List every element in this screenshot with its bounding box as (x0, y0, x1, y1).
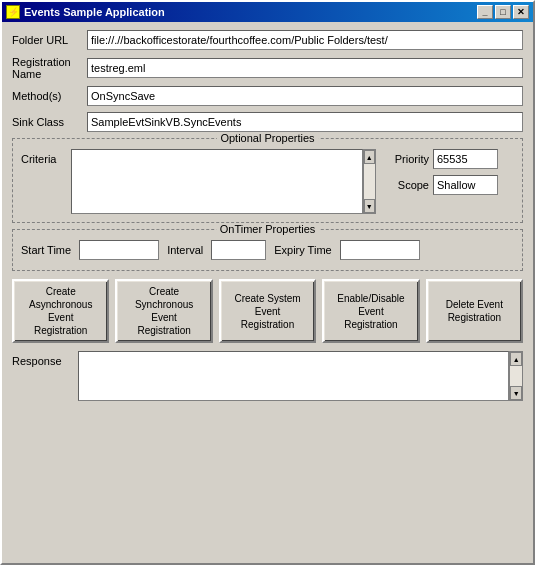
enable-disable-button[interactable]: Enable/DisableEventRegistration (322, 279, 419, 343)
maximize-button[interactable]: □ (495, 5, 511, 19)
sink-class-row: Sink Class (12, 112, 523, 132)
scope-input[interactable] (433, 175, 498, 195)
scope-row: Scope (384, 175, 514, 195)
folder-url-input[interactable] (87, 30, 523, 50)
action-buttons: CreateAsynchronousEventRegistration Crea… (12, 279, 523, 343)
window-title: Events Sample Application (24, 6, 165, 18)
response-scrollbar[interactable]: ▲ ▼ (509, 351, 523, 401)
minimize-button[interactable]: _ (477, 5, 493, 19)
optional-section-title: Optional Properties (216, 132, 318, 144)
ontimer-section: OnTimer Properties Start Time Interval E… (12, 229, 523, 271)
ontimer-section-title: OnTimer Properties (216, 223, 320, 235)
priority-label: Priority (384, 153, 429, 165)
priority-scope-side: Priority Scope (384, 149, 514, 214)
title-controls: _ □ ✕ (477, 5, 529, 19)
start-time-label: Start Time (21, 244, 71, 256)
folder-url-row: Folder URL (12, 30, 523, 50)
start-time-input[interactable] (79, 240, 159, 260)
create-async-button[interactable]: CreateAsynchronousEventRegistration (12, 279, 109, 343)
methods-input[interactable] (87, 86, 523, 106)
response-row: Response ▲ ▼ (12, 351, 523, 401)
registration-name-input[interactable] (87, 58, 523, 78)
registration-name-row: RegistrationName (12, 56, 523, 80)
close-button[interactable]: ✕ (513, 5, 529, 19)
create-sync-button[interactable]: CreateSynchronousEventRegistration (115, 279, 212, 343)
window-icon: ⚡ (6, 5, 20, 19)
folder-url-label: Folder URL (12, 34, 87, 46)
criteria-side: Criteria ▲ ▼ (21, 149, 376, 214)
registration-name-label: RegistrationName (12, 56, 87, 80)
main-window: ⚡ Events Sample Application _ □ ✕ Folder… (0, 0, 535, 565)
response-scroll-up[interactable]: ▲ (510, 352, 522, 366)
expiry-time-input[interactable] (340, 240, 420, 260)
scope-label: Scope (384, 179, 429, 191)
methods-label: Method(s) (12, 90, 87, 102)
expiry-time-label: Expiry Time (274, 244, 331, 256)
delete-event-button[interactable]: Delete EventRegistration (426, 279, 523, 343)
priority-input[interactable] (433, 149, 498, 169)
interval-label: Interval (167, 244, 203, 256)
sink-class-label: Sink Class (12, 116, 87, 128)
create-system-button[interactable]: Create SystemEventRegistration (219, 279, 316, 343)
criteria-scrollbar[interactable]: ▲ ▼ (363, 149, 376, 214)
criteria-input[interactable] (71, 149, 363, 214)
scroll-up-btn[interactable]: ▲ (364, 150, 375, 164)
methods-row: Method(s) (12, 86, 523, 106)
scroll-track (364, 164, 375, 199)
priority-row: Priority (384, 149, 514, 169)
response-scroll-track (510, 366, 522, 386)
response-textarea[interactable] (78, 351, 509, 401)
optional-section: Optional Properties Criteria ▲ ▼ (12, 138, 523, 223)
response-scroll-down[interactable]: ▼ (510, 386, 522, 400)
response-label: Response (12, 351, 72, 367)
criteria-label: Criteria (21, 149, 71, 165)
title-bar: ⚡ Events Sample Application _ □ ✕ (2, 2, 533, 22)
sink-class-input[interactable] (87, 112, 523, 132)
scroll-down-btn[interactable]: ▼ (364, 199, 375, 213)
interval-input[interactable] (211, 240, 266, 260)
